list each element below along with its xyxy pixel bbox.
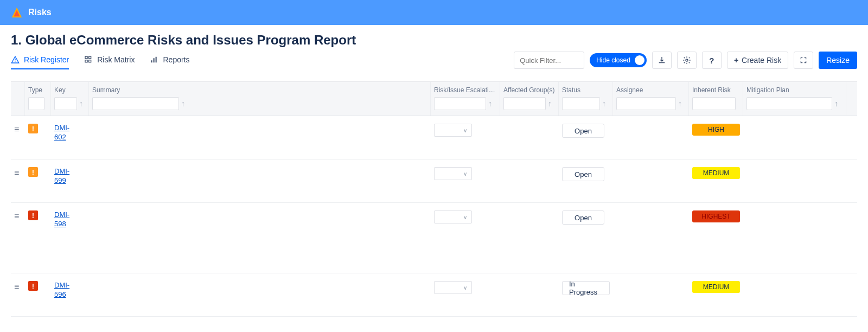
issue-key-link[interactable]: DMI-598 <box>54 210 69 229</box>
issue-key-link[interactable]: DMI-599 <box>54 167 69 186</box>
page-title: 1. Global eCommerce Risks and Issues Pro… <box>11 33 857 48</box>
filter-summary[interactable] <box>92 97 179 110</box>
filter-key[interactable] <box>54 97 77 110</box>
plus-icon: + <box>734 56 738 65</box>
filter-groups[interactable] <box>503 97 546 110</box>
grid-header: Type Key↑ Summary↑ Risk/Issue Escalation… <box>11 82 857 116</box>
svg-rect-1 <box>89 56 91 59</box>
status-value[interactable]: In Progress <box>562 281 610 295</box>
issue-key-link[interactable]: DMI-602 <box>54 124 69 142</box>
inherent-risk-badge: HIGHEST <box>692 210 740 222</box>
status-value[interactable]: Open <box>562 167 604 181</box>
expand-icon <box>800 56 807 64</box>
sort-arrow-icon[interactable]: ↑ <box>79 99 83 108</box>
sort-arrow-icon[interactable]: ↑ <box>181 99 185 108</box>
drag-handle-icon[interactable]: ≡ <box>14 210 19 221</box>
sort-arrow-icon[interactable]: ↑ <box>602 99 606 108</box>
inherent-risk-badge: MEDIUM <box>692 281 740 293</box>
sort-arrow-icon[interactable]: ↑ <box>834 99 838 108</box>
warning-triangle-icon <box>11 55 20 64</box>
risk-type-icon: ! <box>28 210 38 220</box>
toggle-label: Hide closed <box>596 56 630 64</box>
drag-handle-icon[interactable]: ≡ <box>14 281 19 292</box>
col-groups: Affected Group(s) <box>503 86 555 94</box>
help-button[interactable]: ? <box>702 52 722 69</box>
col-key: Key <box>54 86 85 94</box>
col-status: Status <box>562 86 609 94</box>
svg-rect-3 <box>89 60 91 62</box>
status-value[interactable]: Open <box>562 210 604 225</box>
tab-reports[interactable]: Reports <box>150 51 189 69</box>
risk-type-icon: ! <box>28 167 38 177</box>
svg-point-4 <box>686 59 688 61</box>
grid-icon <box>84 55 93 64</box>
fullscreen-button[interactable] <box>794 52 813 69</box>
risk-type-icon: ! <box>28 281 38 291</box>
tab-bar: Risk Register Risk Matrix Reports <box>11 51 509 69</box>
gear-icon <box>682 56 691 65</box>
download-icon <box>658 56 666 65</box>
inherent-risk-badge: MEDIUM <box>692 167 740 179</box>
status-value[interactable]: Open <box>562 124 604 138</box>
col-summary: Summary <box>92 86 427 94</box>
export-button[interactable] <box>652 52 672 69</box>
app-banner: Risks <box>0 0 868 25</box>
filter-status[interactable] <box>562 97 600 110</box>
tab-risk-matrix[interactable]: Risk Matrix <box>84 51 135 69</box>
sort-arrow-icon[interactable]: ↑ <box>548 99 552 108</box>
risk-type-icon: ! <box>28 124 38 133</box>
svg-rect-2 <box>85 60 87 62</box>
hide-closed-toggle[interactable]: Hide closed <box>590 53 647 67</box>
drag-handle-icon[interactable]: ≡ <box>14 167 19 178</box>
col-escalation: Risk/Issue Escalation Lev <box>434 86 496 94</box>
tab-label: Reports <box>163 55 189 64</box>
sort-arrow-icon[interactable]: ↑ <box>678 99 682 108</box>
filter-inherent[interactable] <box>692 97 736 110</box>
escalation-select[interactable]: ∨ <box>434 167 472 180</box>
table-row: ≡ ! DMI-596 ∨ In Progress MEDIUM <box>11 273 857 317</box>
svg-rect-0 <box>85 56 87 59</box>
inherent-risk-badge: HIGH <box>692 124 740 136</box>
risks-app-icon <box>11 7 23 18</box>
quick-filter-input[interactable] <box>514 52 584 69</box>
escalation-select[interactable]: ∨ <box>434 124 472 137</box>
col-assignee: Assignee <box>616 86 685 94</box>
tab-risk-register[interactable]: Risk Register <box>11 51 69 69</box>
tab-label: Risk Register <box>24 55 69 64</box>
filter-type[interactable] <box>28 97 44 110</box>
filter-mitigation[interactable] <box>746 97 832 110</box>
settings-button[interactable] <box>677 52 697 69</box>
question-icon: ? <box>709 56 714 65</box>
filter-assignee[interactable] <box>616 97 676 110</box>
filter-escalation[interactable] <box>434 97 486 110</box>
app-name: Risks <box>28 8 52 17</box>
create-label: Create Risk <box>742 56 781 65</box>
tab-label: Risk Matrix <box>97 55 135 64</box>
create-risk-button[interactable]: + Create Risk <box>727 52 788 69</box>
escalation-select[interactable]: ∨ <box>434 210 472 224</box>
escalation-select[interactable]: ∨ <box>434 281 472 294</box>
table-row: ≡ ! DMI-598 ∨ Open HIGHEST <box>11 203 857 273</box>
bar-chart-icon <box>150 55 158 64</box>
drag-handle-icon[interactable]: ≡ <box>14 124 19 135</box>
col-mitigation: Mitigation Plan <box>746 86 843 94</box>
risk-grid: Type Key↑ Summary↑ Risk/Issue Escalation… <box>11 81 857 317</box>
col-inherent: Inherent Risk <box>692 86 739 94</box>
sort-arrow-icon[interactable]: ↑ <box>488 99 492 108</box>
table-row: ≡ ! DMI-599 ∨ Open MEDIUM <box>11 159 857 203</box>
issue-key-link[interactable]: DMI-596 <box>54 281 69 299</box>
col-type: Type <box>28 86 47 94</box>
table-row: ≡ ! DMI-602 ∨ Open HIGH <box>11 116 857 159</box>
resize-button[interactable]: Resize <box>819 52 857 69</box>
toggle-knob <box>635 55 644 65</box>
